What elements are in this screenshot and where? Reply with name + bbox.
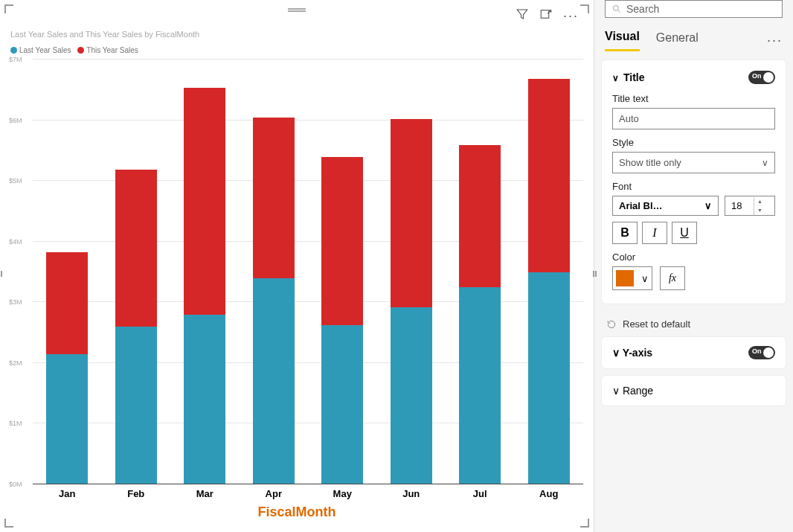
bar-segment-last-year[interactable]: [321, 325, 363, 484]
font-size-stepper[interactable]: ▲ ▼: [725, 196, 775, 216]
resize-handle-left[interactable]: [0, 266, 1, 281]
font-size-down[interactable]: ▼: [754, 206, 765, 215]
bar-segment-this-year[interactable]: [253, 118, 295, 278]
x-tick-label: Jan: [59, 488, 75, 499]
chevron-down-icon: ∨: [612, 73, 619, 83]
font-label: Font: [612, 181, 775, 192]
x-tick-label: Apr: [266, 488, 282, 499]
y-tick-label: $1M: [9, 420, 22, 427]
bar-segment-this-year[interactable]: [321, 157, 363, 325]
legend-label-a: Last Year Sales: [19, 46, 71, 54]
title-header-text: Title: [623, 71, 645, 83]
resize-handle-right[interactable]: [593, 266, 595, 281]
y-tick-label: $0M: [9, 481, 22, 488]
x-tick-label: Jun: [402, 488, 420, 499]
title-text-label: Title text: [612, 93, 775, 104]
bar-segment-this-year[interactable]: [46, 252, 88, 353]
style-value: Show title only: [619, 157, 681, 168]
color-picker[interactable]: ∨: [612, 266, 652, 290]
search-placeholder: Search: [626, 3, 659, 15]
filter-icon[interactable]: [516, 7, 529, 24]
chart-title: Last Year Sales and This Year Sales by F…: [10, 30, 583, 39]
bar-segment-this-year[interactable]: [391, 119, 432, 307]
font-size-up[interactable]: ▲: [754, 197, 765, 206]
bar-segment-last-year[interactable]: [184, 315, 225, 484]
font-family-value: Arial Bl…: [619, 200, 663, 211]
title-text-input[interactable]: Auto: [612, 108, 775, 129]
title-card-header[interactable]: ∨Title On: [612, 71, 775, 84]
bar-segment-this-year[interactable]: [459, 145, 501, 287]
x-tick-label: Jul: [473, 488, 487, 499]
bar-column[interactable]: Feb: [115, 60, 157, 484]
bar-segment-this-year[interactable]: [184, 88, 225, 314]
reset-label: Reset to default: [623, 318, 690, 330]
resize-handle-tl[interactable]: [4, 4, 13, 13]
x-tick-label: Aug: [539, 488, 558, 499]
bar-segment-last-year[interactable]: [528, 272, 570, 485]
y-tick-label: $3M: [9, 298, 22, 306]
bar-column[interactable]: Jan: [46, 60, 88, 484]
chevron-down-icon: ∨: [612, 385, 620, 397]
more-options-icon[interactable]: ···: [563, 8, 579, 24]
title-card: ∨Title On Title text Auto Style Show tit…: [602, 60, 786, 304]
bar-segment-last-year[interactable]: [46, 354, 88, 484]
color-label: Color: [612, 251, 775, 263]
tab-general[interactable]: General: [656, 31, 699, 51]
y-tick-label: $7M: [9, 56, 22, 63]
reset-to-default[interactable]: Reset to default: [602, 311, 786, 337]
focus-mode-icon[interactable]: [539, 7, 553, 24]
reset-icon: [606, 319, 617, 330]
range-card-header[interactable]: ∨ Range: [602, 376, 786, 406]
x-axis-title: FiscalMonth: [257, 504, 336, 520]
bar-column[interactable]: May: [321, 60, 363, 484]
italic-button[interactable]: I: [642, 222, 667, 244]
yaxis-header-text: Y-axis: [623, 347, 652, 359]
legend: Last Year Sales This Year Sales: [10, 46, 583, 55]
bar-segment-last-year[interactable]: [253, 278, 295, 484]
bold-button[interactable]: B: [612, 222, 638, 244]
bar-segment-this-year[interactable]: [528, 79, 570, 272]
x-tick-label: Mar: [196, 488, 214, 499]
report-canvas[interactable]: ··· Last Year Sales and This Year Sales …: [0, 0, 594, 532]
bar-column[interactable]: Jul: [459, 60, 501, 484]
tab-visual[interactable]: Visual: [605, 30, 640, 51]
plot-area[interactable]: $0M$1M$2M$3M$4M$5M$6M$7M JanFebMarAprMay…: [10, 60, 583, 522]
underline-button[interactable]: U: [672, 222, 697, 244]
chevron-down-icon: ∨: [762, 158, 768, 168]
bar-column[interactable]: Jun: [391, 60, 432, 484]
legend-swatch-b: [77, 47, 84, 54]
bar-segment-this-year[interactable]: [115, 170, 157, 326]
legend-swatch-a: [10, 47, 17, 54]
title-toggle[interactable]: On: [748, 71, 775, 84]
resize-handle-tr[interactable]: [580, 4, 589, 13]
bar-column[interactable]: Aug: [528, 60, 570, 484]
font-family-select[interactable]: Arial Bl… ∨: [612, 196, 719, 216]
bar-segment-last-year[interactable]: [459, 287, 501, 484]
resize-handle-top[interactable]: [288, 7, 306, 12]
font-size-input[interactable]: [725, 196, 754, 215]
chevron-down-icon: ∨: [704, 200, 712, 211]
search-input[interactable]: Search: [605, 0, 783, 18]
bar-column[interactable]: Mar: [184, 60, 225, 484]
legend-label-b: This Year Sales: [86, 46, 138, 54]
format-pane: Search Visual General ··· ∨Title On Titl…: [594, 0, 793, 532]
x-axis-line: [33, 484, 583, 484]
chevron-down-icon: ∨: [612, 347, 620, 359]
bar-column[interactable]: Apr: [253, 60, 295, 484]
y-tick-label: $5M: [9, 177, 22, 185]
x-tick-label: May: [333, 488, 352, 499]
title-toggle-label: On: [752, 72, 762, 80]
yaxis-card-header[interactable]: ∨ Y-axis On: [602, 337, 786, 368]
svg-rect-0: [541, 10, 549, 19]
bar-segment-last-year[interactable]: [115, 327, 157, 484]
y-tick-label: $4M: [9, 238, 22, 246]
fx-button[interactable]: fx: [660, 266, 685, 290]
title-text-value: Auto: [619, 113, 639, 124]
chevron-down-icon: ∨: [641, 273, 649, 284]
tab-more-icon[interactable]: ···: [767, 33, 783, 48]
range-header-text: Range: [623, 385, 653, 397]
bar-segment-last-year[interactable]: [391, 307, 432, 484]
style-select[interactable]: Show title only ∨: [612, 152, 775, 173]
yaxis-toggle[interactable]: On: [748, 346, 775, 359]
y-tick-label: $2M: [9, 359, 22, 367]
